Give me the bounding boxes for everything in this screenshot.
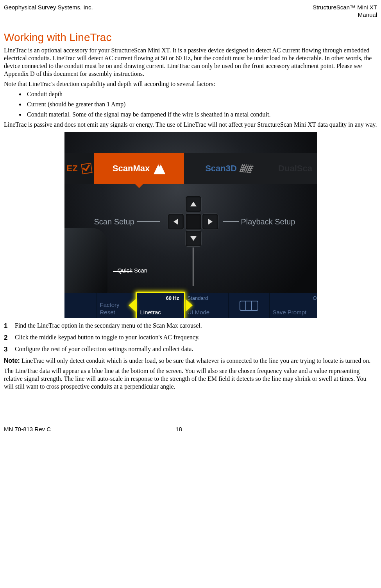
check-icon (81, 163, 92, 174)
screenshot-figure: EZ ScanMax Scan3D DualSca Scan Setup Pla… (64, 132, 317, 318)
header-doc-type: Manual (313, 11, 377, 19)
grid-icon (239, 164, 254, 173)
secondary-menu: Factory Reset 60 Hz Linetrac Standard UI… (64, 293, 317, 318)
connector-line (113, 271, 132, 272)
step-item: Find the LineTrac option in the secondar… (4, 322, 377, 330)
tab-dualscan[interactable]: DualSca (274, 153, 317, 184)
arrow-right-icon (208, 219, 213, 225)
paragraph-intro: LineTrac is an optional accessory for yo… (4, 47, 377, 78)
tab-scan3d[interactable]: Scan3D (184, 153, 274, 184)
label-text: Playback Setup (241, 217, 295, 227)
mode-tabbar: EZ ScanMax Scan3D DualSca (64, 153, 317, 184)
arrow-down-icon (190, 236, 197, 241)
scan-setup-label: Scan Setup (94, 217, 160, 227)
connector-line (193, 247, 193, 286)
menu-label: UI Mode (188, 309, 225, 316)
list-item: Conduit material. Some of the signal may… (25, 111, 377, 118)
chevron-right-icon (186, 299, 193, 312)
label-text: Scan Setup (94, 217, 134, 227)
connector-line (137, 221, 160, 222)
label-text: Quick Scan (118, 267, 148, 274)
menu-linetrac[interactable]: 60 Hz Linetrac (137, 293, 184, 318)
page-footer: MN 70-813 Rev C 18 (4, 426, 377, 433)
keypad-right[interactable] (202, 213, 218, 230)
footer-page-number: 18 (175, 426, 182, 433)
device-handle (64, 228, 107, 294)
tab-label: DualSca (278, 163, 312, 174)
menu-value: Off (273, 295, 317, 301)
paragraph-display-behavior: The LineTrac data will appear as a blue … (4, 367, 377, 391)
menu-label: Linetrac (140, 309, 181, 316)
keypad-up[interactable] (185, 196, 202, 212)
list-item: Conduit depth (25, 90, 377, 98)
steps-list: Find the LineTrac option in the secondar… (4, 322, 377, 353)
menu-value: 60 Hz (140, 295, 181, 301)
note-text: LineTrac will only detect conduit which … (20, 357, 370, 364)
paragraph-factors-lead: Note that LineTrac's detection capabilit… (4, 80, 377, 88)
keypad-down[interactable] (185, 230, 202, 247)
menu-value: Standard (188, 295, 225, 301)
menu-label: Save Prompt (273, 309, 317, 316)
page-header: Geophysical Survey Systems, Inc. Structu… (4, 4, 377, 19)
footer-doc-id: MN 70-813 Rev C (4, 426, 51, 433)
playback-setup-label: Playback Setup (223, 217, 295, 227)
step-item: Click the middle keypad button to toggle… (4, 333, 377, 341)
battery-spacer (64, 293, 97, 318)
section-title: Working with LineTrac (4, 30, 377, 44)
header-product: StructureScan™ Mini XT (313, 4, 377, 11)
tab-ez[interactable]: EZ (64, 153, 94, 184)
menu-save-prompt[interactable]: Off Save Prompt (269, 293, 317, 318)
arrow-up-icon (190, 202, 197, 206)
menu-sd-card[interactable] (228, 293, 269, 318)
keypad-center[interactable] (185, 213, 202, 230)
keypad (168, 196, 218, 247)
connector-line (223, 221, 239, 222)
note-paragraph: Note: LineTrac will only detect conduit … (4, 357, 377, 365)
factors-list: Conduit depth Current (should be greater… (4, 90, 377, 118)
person-star-icon (154, 163, 165, 174)
tab-label: EZ (67, 163, 78, 174)
arrow-left-icon (174, 219, 178, 225)
list-item: Current (should be greater than 1 Amp) (25, 100, 377, 108)
note-label: Note: (4, 357, 20, 364)
header-company: Geophysical Survey Systems, Inc. (4, 4, 93, 19)
keypad-left[interactable] (168, 213, 184, 230)
tab-label: Scan3D (205, 163, 237, 174)
chevron-left-icon (129, 299, 136, 312)
tab-scanmax[interactable]: ScanMax (94, 153, 184, 184)
step-item: Configure the rest of your collection se… (4, 345, 377, 353)
tab-label: ScanMax (113, 163, 150, 174)
paragraph-passive: LineTrac is passive and does not emit an… (4, 121, 377, 129)
